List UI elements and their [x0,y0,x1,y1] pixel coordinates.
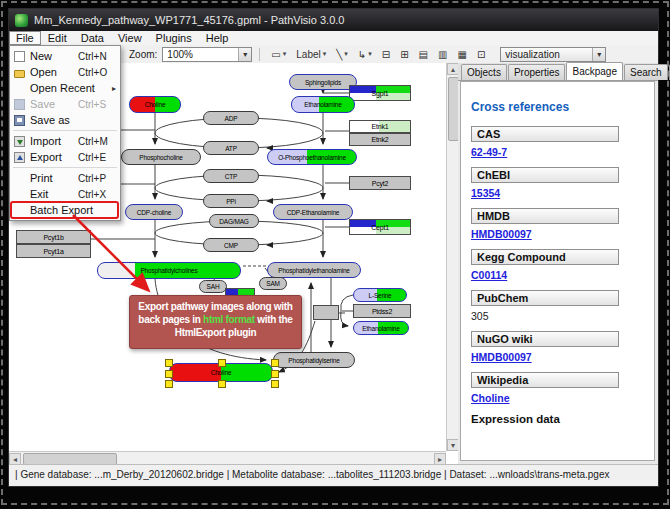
selection-handle[interactable] [218,359,226,367]
node-o-phosphoethanolamine[interactable]: O-Phosphoethanolamine [267,149,357,165]
node-cdp-choline[interactable]: CDP-choline [125,204,183,220]
status-bar: | Gene database: ...m_Derby_20120602.bri… [9,464,658,486]
xref-link[interactable]: 62-49-7 [471,146,644,158]
file-menu-item-open[interactable]: OpenCtrl+O [10,64,120,80]
file-menu-item-import[interactable]: ImportCtrl+M [10,133,120,149]
tab-objects[interactable]: Objects [461,64,507,80]
tab-search[interactable]: Search [624,64,668,80]
new-datanode-tool[interactable]: ▭▾ [267,46,290,63]
new-connector-tool[interactable]: ↳▾ [354,46,376,63]
node-ptdss2[interactable]: Ptdss2 [353,304,411,318]
no-icon [14,173,25,184]
selection-handle[interactable] [271,370,279,378]
align-middle-icon[interactable]: ⊞ [396,46,412,63]
file-menu-item-exit[interactable]: ExitCtrl+X [10,186,120,202]
new-document-icon [14,51,25,62]
xref-header: PubChem [471,290,619,306]
node-atp[interactable]: ATP [203,141,259,155]
node-choline[interactable]: Choline [129,96,181,113]
node-ethanolamine[interactable]: Ethanolamine [353,321,409,335]
node-etnk2[interactable]: Etnk2 [349,133,411,146]
no-icon [14,189,25,200]
file-menu-item-open-recent[interactable]: Open Recent▸ [10,80,120,96]
title-bar: Mm_Kennedy_pathway_WP1771_45176.gpml - P… [9,9,658,31]
file-menu-item-save-as[interactable]: Save as [10,112,120,128]
menu-file[interactable]: File [9,31,41,45]
vertical-scrollbar[interactable]: ▴ ▾ [446,63,459,451]
scroll-right-arrow-icon[interactable]: ▸ [434,453,446,465]
node-cmp[interactable]: CMP [203,238,259,252]
file-menu-item-export[interactable]: ExportCtrl+E [10,149,120,165]
xref-section-cas: CAS62-49-7 [471,126,644,158]
align-center-icon[interactable]: ⊟ [378,46,394,63]
file-menu-item-new[interactable]: NewCtrl+N [10,48,120,64]
xref-link[interactable]: HMDB00097 [471,228,644,240]
node-etnk1[interactable]: Etnk1 [349,120,411,133]
menu-item-label: Open Recent [30,82,95,94]
new-connector-tool-glyph: ↳ [358,47,366,62]
new-label-tool[interactable]: Label▾ [292,46,330,63]
menu-data[interactable]: Data [74,32,111,45]
selection-handle[interactable] [165,370,173,378]
node-sgpl1[interactable]: Sgpl1 [349,85,411,101]
node-phosphatidylcholines[interactable]: Phosphatidylcholines [97,262,241,279]
stack-horizontal-icon[interactable]: ▥ [434,46,451,63]
node-ethanolamine[interactable]: Ethanolamine [291,96,355,113]
new-line-tool-glyph: ╲ [336,47,342,62]
menu-edit[interactable]: Edit [41,32,74,45]
menu-help[interactable]: Help [199,32,236,45]
node-sam[interactable]: SAM [259,277,287,290]
new-line-tool[interactable]: ╲▾ [332,46,352,63]
node-ctp[interactable]: CTP [203,169,259,183]
selection-handle[interactable] [165,380,173,388]
node-phosphatidylethanolamine[interactable]: Phosphatidylethanolamine [267,262,361,278]
visualization-combobox[interactable]: visualization ▾ [500,47,606,62]
node-dag-mag[interactable]: DAG/MAG [209,214,259,228]
selection-handle[interactable] [218,380,226,388]
scrollbar-track[interactable] [447,75,459,439]
node-pcyt2[interactable]: Pcyt2 [349,176,411,190]
node-ppi[interactable]: PPi [203,194,259,208]
xref-section-nugo-wiki: NuGO wikiHMDB00097 [471,331,644,363]
layout-icon[interactable]: ⊡ [473,46,489,63]
file-menu-item-batch-export[interactable]: Batch Export [10,202,120,218]
scrollbar-thumb[interactable] [448,77,459,141]
zoom-combobox[interactable]: 100% ▾ [162,47,252,62]
xref-link[interactable]: 15354 [471,187,644,199]
xref-link[interactable]: C00114 [471,269,644,281]
menu-item-label: Batch Export [30,204,93,216]
menu-plugins[interactable]: Plugins [149,32,199,45]
tab-properties[interactable]: Properties [508,64,566,80]
xref-section-kegg-compound: Kegg CompoundC00114 [471,249,644,281]
tab-backpage[interactable]: Backpage [566,62,622,80]
scroll-up-arrow-icon[interactable]: ▴ [447,63,459,75]
node-pcyt1b[interactable]: Pcyt1b [16,230,91,244]
common-size-icon[interactable]: ▦ [453,46,470,63]
scrollbar-thumb[interactable] [23,453,117,464]
xref-link[interactable]: HMDB00097 [471,351,644,363]
menu-item-label: Save as [30,114,78,126]
node-cdp-ethanolamine[interactable]: CDP-Ethanolamine [273,204,353,220]
xref-link[interactable]: Choline [471,392,644,404]
node-phosphocholine[interactable]: Phosphocholine [121,149,201,165]
menu-item-label: Exit [30,188,78,200]
node-l-serine[interactable]: L-Serine [353,288,407,302]
node-sah[interactable]: SAH [199,280,227,293]
stack-vertical-icon[interactable]: ▤ [415,46,432,63]
node-adp[interactable]: ADP [203,111,259,125]
scrollbar-track[interactable] [21,452,434,464]
node-phosphatidylserine[interactable]: Phosphatidylserine [273,352,355,368]
selection-handle[interactable] [165,359,173,367]
menu-view[interactable]: View [111,32,149,45]
selection-handle[interactable] [271,380,279,388]
node-label: Ethanolamine [304,101,341,108]
horizontal-scrollbar[interactable]: ◂ ▸ [9,451,446,464]
scroll-left-arrow-icon[interactable]: ◂ [9,453,21,465]
node-pcyt1a[interactable]: Pcyt1a [16,244,91,258]
gene-box-partial[interactable] [313,305,339,320]
node-cept1[interactable]: Cept1 [349,219,411,235]
scroll-down-arrow-icon[interactable]: ▾ [447,439,459,451]
file-menu-item-print[interactable]: PrintCtrl+P [10,170,120,186]
selection-handle[interactable] [271,359,279,367]
node-sphingolipids[interactable]: Sphingolipids [289,74,357,90]
